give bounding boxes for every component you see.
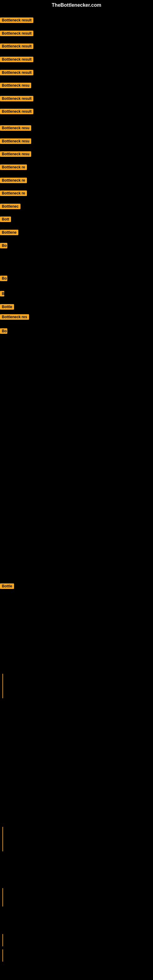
- badge-row-24: Bottle: [0, 584, 14, 590]
- bottleneck-badge-4: Bottleneck result: [0, 70, 33, 75]
- bottleneck-badge-17: Bo: [0, 243, 7, 248]
- bottleneck-badge-15: Bott: [0, 216, 11, 222]
- bottleneck-badge-21: Bottle: [0, 304, 14, 310]
- bottleneck-badge-14: Bottlenec: [0, 204, 21, 209]
- bottleneck-badge-9: Bottleneck resu: [0, 138, 31, 144]
- bottleneck-badge-10: Bottleneck resu: [0, 151, 31, 157]
- badge-row-23: Bo: [0, 328, 7, 335]
- bottleneck-badge-24: Bottle: [0, 584, 14, 589]
- badge-row-10: Bottleneck resu: [0, 151, 31, 158]
- badge-row-1: Bottleneck result: [0, 30, 33, 37]
- bottleneck-badge-22: Bottleneck res: [0, 314, 29, 320]
- vertical-line-0: [2, 674, 3, 698]
- badge-row-7: Bottleneck result: [0, 109, 33, 115]
- site-title: TheBottlenecker.com: [0, 0, 153, 9]
- bottleneck-badge-3: Bottleneck result: [0, 57, 33, 62]
- badge-row-19: Bo: [0, 275, 7, 282]
- badge-row-20: B: [0, 291, 4, 298]
- vertical-line-3: [2, 934, 3, 946]
- badge-row-4: Bottleneck result: [0, 70, 33, 76]
- bottleneck-badge-13: Bottleneck re: [0, 191, 27, 196]
- badge-row-22: Bottleneck res: [0, 314, 29, 321]
- bottleneck-badge-1: Bottleneck result: [0, 30, 33, 36]
- bottleneck-badge-19: Bo: [0, 275, 7, 281]
- badge-row-5: Bottleneck resu: [0, 83, 31, 89]
- bottleneck-badge-5: Bottleneck resu: [0, 83, 31, 88]
- badge-row-9: Bottleneck resu: [0, 138, 31, 145]
- badge-row-21: Bottle: [0, 304, 14, 311]
- badge-row-11: Bottleneck re: [0, 164, 27, 171]
- bottleneck-badge-6: Bottleneck result: [0, 96, 33, 101]
- bottleneck-badge-8: Bottleneck resu: [0, 125, 31, 131]
- badge-row-2: Bottleneck result: [0, 43, 33, 50]
- badge-row-12: Bottleneck re: [0, 178, 27, 185]
- badge-row-8: Bottleneck resu: [0, 125, 31, 132]
- bottleneck-badge-12: Bottleneck re: [0, 178, 27, 183]
- badge-row-13: Bottleneck re: [0, 191, 27, 197]
- bottleneck-badge-11: Bottleneck re: [0, 164, 27, 170]
- bottleneck-badge-20: B: [0, 291, 4, 296]
- badge-row-15: Bott: [0, 216, 11, 223]
- badge-row-16: Bottlene: [0, 230, 18, 236]
- badge-row-0: Bottleneck result: [0, 18, 33, 24]
- bottleneck-badge-2: Bottleneck result: [0, 43, 33, 49]
- badge-row-6: Bottleneck result: [0, 96, 33, 103]
- bottleneck-badge-23: Bo: [0, 328, 7, 334]
- vertical-line-4: [2, 950, 3, 962]
- bottleneck-badge-0: Bottleneck result: [0, 18, 33, 23]
- bottleneck-badge-7: Bottleneck result: [0, 109, 33, 114]
- badge-row-3: Bottleneck result: [0, 57, 33, 64]
- bottleneck-badge-16: Bottlene: [0, 230, 18, 235]
- badge-row-17: Bo: [0, 243, 7, 250]
- badge-row-14: Bottlenec: [0, 204, 21, 210]
- vertical-line-2: [2, 888, 3, 907]
- vertical-line-1: [2, 827, 3, 851]
